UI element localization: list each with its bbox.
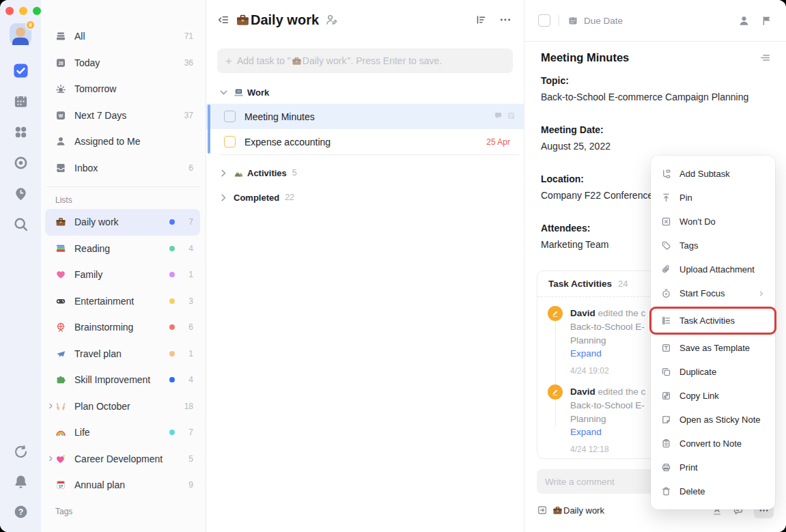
rail-pomodoro-icon[interactable]	[13, 186, 29, 201]
person-icon	[55, 136, 66, 147]
list-color-dot	[169, 430, 175, 435]
rail-sync-icon[interactable]	[13, 444, 29, 460]
rail-notifications-icon[interactable]	[13, 474, 29, 490]
chevron-right-icon[interactable]	[47, 455, 55, 462]
menu-item-task-activities[interactable]: Task Activities	[651, 309, 775, 333]
parent-list[interactable]: Daily work	[552, 505, 604, 516]
note-lines-icon[interactable]	[759, 52, 771, 64]
user-lists: Daily work 7 Reading 4 Family 1 Entertai…	[41, 209, 206, 499]
menu-item-upload-attachment[interactable]: Upload Attachment	[651, 257, 775, 281]
menu-item-add-subtask[interactable]: Add Subtask	[651, 162, 775, 186]
avatar-body	[12, 38, 29, 45]
note-badge-icon	[507, 111, 516, 120]
chevron-right-icon[interactable]	[47, 402, 55, 410]
submenu-chevron-icon	[758, 290, 765, 297]
sidebar-item-inbox[interactable]: Inbox 6	[45, 155, 200, 182]
rail-eisenhower-matrix-icon[interactable]	[13, 124, 29, 140]
menu-item-convert-to-note[interactable]: Convert to Note	[651, 432, 775, 456]
briefcase-icon	[55, 216, 66, 227]
traffic-light-zoom[interactable]	[33, 7, 41, 15]
app-window: ♛ ? All 71 26 Today 36 Tomorrow W Next 7…	[0, 0, 786, 532]
focus-icon	[661, 288, 671, 298]
link-icon	[661, 391, 671, 401]
menu-item-start-focus[interactable]: Start Focus	[651, 281, 775, 305]
sidebar-item-career-development[interactable]: Career Development 5	[45, 446, 200, 473]
share-assign-icon[interactable]	[325, 14, 337, 26]
sidebar-item-assigned-to-me[interactable]: Assigned to Me	[45, 128, 200, 155]
acts-icon	[661, 316, 671, 326]
sidebar-item-skill-improvement[interactable]: Skill Improvement 4	[45, 367, 200, 393]
move-to-list-icon[interactable]	[537, 505, 548, 516]
sidebar: All 71 26 Today 36 Tomorrow W Next 7 Day…	[41, 0, 206, 532]
avatar[interactable]: ♛	[10, 23, 31, 45]
menu-item-copy-link[interactable]: Copy Link	[651, 384, 775, 408]
task-checkbox[interactable]	[224, 136, 236, 148]
priority-flag-icon[interactable]	[761, 15, 772, 27]
menu-item-save-as-template[interactable]: Save as Template	[651, 336, 775, 360]
convert-icon	[661, 438, 671, 449]
books-icon	[55, 243, 66, 254]
calendar-26-icon: 26	[55, 57, 66, 68]
list-color-dot	[169, 298, 175, 304]
menu-item-print[interactable]: Print	[651, 456, 775, 479]
sidebar-item-next-7-days[interactable]: W Next 7 Days 37	[45, 102, 200, 129]
task-row-meeting-minutes[interactable]: Meeting Minutes	[206, 104, 524, 129]
assignee-icon[interactable]	[738, 15, 750, 27]
airplane-icon	[55, 348, 66, 359]
traffic-light-minimize[interactable]	[19, 7, 27, 15]
collapse-sidebar-icon[interactable]	[217, 14, 229, 26]
add-task-input[interactable]: + Add task to "Daily work". Press Enter …	[217, 48, 513, 73]
sidebar-item-today[interactable]: 26 Today 36	[45, 50, 200, 76]
rail-search-icon[interactable]	[13, 216, 29, 232]
due-date-button[interactable]: Due Date	[567, 15, 623, 26]
svg-text:?: ?	[18, 507, 23, 517]
raised-hands-icon	[55, 401, 66, 412]
rail-calendar-icon[interactable]	[13, 94, 29, 109]
sort-icon[interactable]	[475, 14, 487, 26]
smart-lists: All 71 26 Today 36 Tomorrow W Next 7 Day…	[41, 23, 206, 181]
pin-icon	[661, 193, 671, 203]
group-activities[interactable]: Activities 5	[206, 163, 524, 182]
calendar-w-icon: W	[55, 110, 66, 121]
sidebar-item-entertainment[interactable]: Entertainment 3	[45, 288, 200, 315]
mountain-icon	[234, 168, 244, 178]
ferris-wheel-icon	[55, 322, 66, 333]
more-options-icon[interactable]	[499, 14, 511, 26]
sidebar-item-travel-plan[interactable]: Travel plan 1	[45, 341, 200, 367]
work-task-list: Meeting Minutes Expense accounting 25 Ap…	[206, 104, 524, 154]
dup-icon	[661, 367, 671, 377]
sidebar-item-all[interactable]: All 71	[45, 23, 200, 50]
menu-item-tags[interactable]: Tags	[651, 234, 775, 257]
template-icon	[661, 343, 671, 353]
heart-sparkle-icon	[55, 453, 66, 464]
task-title[interactable]: Meeting Minutes	[541, 51, 759, 64]
sidebar-item-life[interactable]: Life 7	[45, 419, 200, 446]
rail-habit-icon[interactable]	[13, 155, 29, 171]
chevron-right-icon	[219, 193, 229, 203]
task-context-menu: Add Subtask Pin Won't Do Tags Upload Att…	[651, 156, 775, 509]
menu-item-duplicate[interactable]: Duplicate	[651, 360, 775, 384]
task-checkbox[interactable]	[224, 111, 236, 122]
sidebar-item-annual-plan[interactable]: 17 Annual plan 9	[45, 472, 200, 499]
group-completed[interactable]: Completed 22	[206, 188, 524, 207]
task-row-expense-accounting[interactable]: Expense accounting 25 Apr	[206, 129, 524, 154]
group-work[interactable]: Work	[206, 83, 524, 102]
traffic-light-close[interactable]	[5, 7, 14, 15]
sidebar-item-daily-work[interactable]: Daily work 7	[45, 209, 200, 236]
sidebar-item-tomorrow[interactable]: Tomorrow	[45, 76, 200, 102]
briefcase-icon	[552, 505, 563, 516]
sidebar-item-brainstorming[interactable]: Brainstorming 6	[45, 314, 200, 341]
menu-item-open-as-sticky-note[interactable]: Open as Sticky Note	[651, 408, 775, 432]
menu-item-pin[interactable]: Pin	[651, 186, 775, 210]
sidebar-item-family[interactable]: Family 1	[45, 262, 200, 288]
briefcase-icon	[236, 13, 250, 27]
lists-section-header: Lists	[55, 195, 206, 205]
task-checkbox[interactable]	[538, 14, 550, 27]
sidebar-item-reading[interactable]: Reading 4	[45, 236, 200, 262]
field-topic: Topic: Back-to-School E-commerce Campaig…	[541, 74, 770, 104]
menu-item-won-t-do[interactable]: Won't Do	[651, 210, 775, 234]
rail-help-icon[interactable]: ?	[13, 504, 29, 520]
menu-item-delete[interactable]: Delete	[651, 479, 775, 503]
sidebar-item-plan-october[interactable]: Plan October 18	[45, 393, 200, 420]
rail-tasks-icon[interactable]	[13, 63, 29, 79]
